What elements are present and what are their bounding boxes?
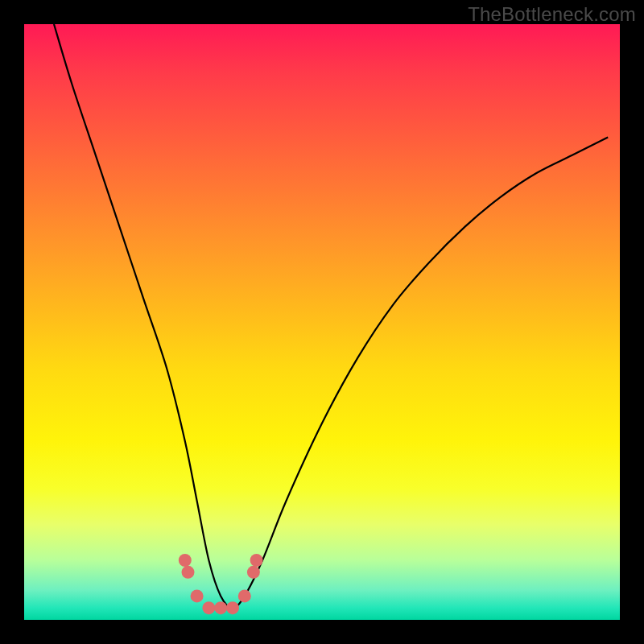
outer-frame: TheBottleneck.com	[0, 0, 644, 644]
dot	[226, 601, 239, 614]
dot	[191, 589, 204, 602]
dot	[179, 554, 192, 567]
dot	[247, 566, 260, 579]
dot	[182, 566, 195, 579]
bottleneck-curve	[54, 24, 608, 608]
dot	[238, 589, 251, 602]
dot	[202, 601, 215, 614]
dot	[214, 601, 227, 614]
attribution-text: TheBottleneck.com	[468, 3, 636, 26]
plot-area	[24, 24, 620, 620]
dot	[250, 554, 263, 567]
chart-svg	[24, 24, 620, 620]
